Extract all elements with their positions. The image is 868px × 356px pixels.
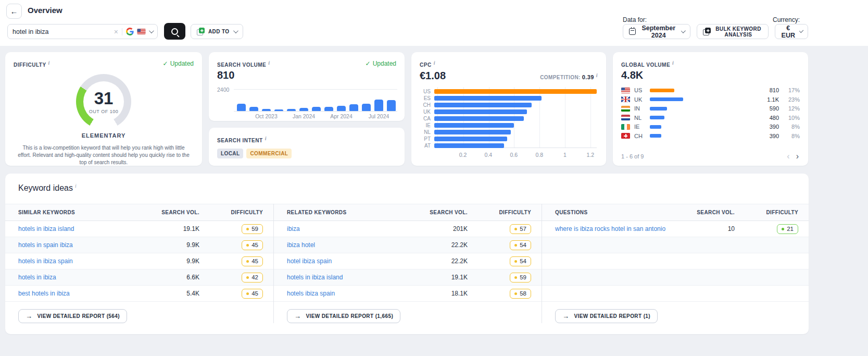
- info-icon[interactable]: i: [268, 60, 270, 66]
- view-detailed-report-button[interactable]: →VIEW DETAILED REPORT (564): [18, 309, 127, 323]
- x-axis-tick-label: 0.8: [536, 152, 544, 158]
- info-icon[interactable]: i: [75, 183, 77, 189]
- info-icon[interactable]: i: [265, 136, 267, 141]
- table-body: where is ibiza rocks hotel in san antoni…: [542, 221, 809, 302]
- search-button[interactable]: [164, 23, 185, 40]
- table-row: where is ibiza rocks hotel in san antoni…: [542, 221, 809, 237]
- info-icon[interactable]: i: [48, 60, 50, 66]
- pagination-prev-icon[interactable]: ‹: [784, 153, 792, 159]
- view-detailed-report-button[interactable]: →VIEW DETAILED REPORT (1): [555, 309, 658, 323]
- empty-table-row: [542, 253, 809, 269]
- country-volume-bar: [650, 134, 684, 138]
- column-header-difficulty: DIFFICULTY: [735, 210, 798, 215]
- difficulty-dot-icon: [514, 276, 517, 279]
- country-volume-value: 480: [688, 115, 779, 121]
- column-header-volume: SEARCH VOL.: [676, 210, 735, 215]
- country-row: IE 390 8%: [621, 122, 800, 131]
- keyword-link[interactable]: hotels in ibiza: [18, 274, 141, 281]
- difficulty-badge: 59: [510, 273, 531, 283]
- volume-bar: [650, 125, 661, 129]
- table-row: ibiza hotel 22.2K 54: [274, 237, 542, 253]
- volume-bar: [650, 107, 667, 111]
- clear-search-icon[interactable]: ×: [114, 28, 118, 36]
- cpc-bar: [434, 116, 524, 121]
- keyword-link[interactable]: hotels in spain ibiza: [18, 241, 141, 249]
- country-row: IN 590 12%: [621, 104, 800, 113]
- keyword-link[interactable]: ibiza: [287, 225, 409, 232]
- x-axis-tick-label: Apr 2024: [330, 113, 353, 119]
- country-code: IN: [634, 105, 646, 112]
- country-volume-percent: 10%: [783, 115, 800, 121]
- global-volume-list: US 810 17% UK 1.1K 23% IN 590: [621, 85, 800, 140]
- bulk-keyword-analysis-button[interactable]: BULK KEYWORD ANALYSIS: [697, 24, 769, 39]
- back-button[interactable]: ←: [6, 4, 22, 19]
- country-row: CH 390 8%: [621, 131, 800, 141]
- x-axis-tick-label: 1.2: [586, 152, 594, 158]
- keyword-link[interactable]: hotel ibiza spain: [287, 257, 409, 265]
- keyword-search-input[interactable]: hotel in ibiza ×: [7, 24, 158, 39]
- pagination-next-icon[interactable]: ›: [793, 153, 802, 159]
- related-keywords-table: RELATED KEYWORDS SEARCH VOL. DIFFICULTY …: [273, 204, 542, 323]
- country-volume-percent: 23%: [783, 96, 800, 103]
- ireland-flag-icon: [621, 124, 630, 130]
- difficulty-out-of: OUT OF 100: [89, 109, 118, 114]
- google-icon: [126, 28, 134, 35]
- search-volume-title: SEARCH VOLUMEi: [217, 60, 270, 68]
- country-volume-bar: [650, 97, 684, 101]
- competition-indicator: COMPETITION:0.39i: [540, 72, 598, 80]
- search-volume-value: 810: [209, 68, 405, 81]
- cpc-bar: [434, 143, 504, 148]
- difficulty-dot-icon: [514, 244, 517, 247]
- keyword-link[interactable]: where is ibiza rocks hotel in san antoni…: [555, 225, 676, 232]
- search-engine-region-dropdown[interactable]: [126, 28, 153, 35]
- arrow-right-icon: →: [26, 312, 32, 320]
- country-volume-value: 590: [688, 105, 779, 112]
- search-volume-bar: [274, 109, 283, 112]
- keyword-link[interactable]: hotels in ibiza spain: [18, 257, 141, 265]
- cpc-country-row: CA: [420, 115, 597, 122]
- country-code: CH: [634, 133, 646, 139]
- questions-table: QUESTIONS SEARCH VOL. DIFFICULTY where i…: [542, 204, 809, 323]
- add-to-label: ADD TO: [208, 29, 230, 34]
- difficulty-level: ELEMENTARY: [5, 132, 202, 139]
- difficulty-badge: 21: [777, 224, 798, 234]
- data-for-label: Data for:: [623, 16, 647, 23]
- check-icon: ✓: [163, 60, 168, 67]
- search-volume-bar: [249, 107, 258, 112]
- column-header-keywords: QUESTIONS: [555, 210, 676, 215]
- search-volume-bar: [349, 104, 358, 111]
- table-row: hotel ibiza spain 22.2K 54: [274, 253, 542, 269]
- info-icon[interactable]: i: [434, 60, 435, 66]
- info-icon[interactable]: i: [672, 60, 674, 66]
- country-volume-percent: 12%: [783, 105, 800, 112]
- search-intent-title: SEARCH INTENTi: [217, 136, 267, 143]
- search-volume-bar: [312, 107, 321, 112]
- view-detailed-report-button[interactable]: →VIEW DETAILED REPORT (1,665): [287, 309, 400, 323]
- keyword-link[interactable]: hotels in ibiza island: [287, 274, 409, 281]
- x-axis-tick-label: 0.2: [459, 152, 467, 158]
- info-icon[interactable]: i: [596, 72, 598, 78]
- date-selector[interactable]: September 2024: [623, 24, 690, 39]
- add-to-button[interactable]: ADD TO: [191, 24, 243, 39]
- pagination-status: 1 - 6 of 9: [621, 153, 784, 159]
- column-header-keywords: RELATED KEYWORDS: [287, 210, 409, 215]
- currency-selector[interactable]: € EUR: [775, 24, 808, 39]
- keyword-link[interactable]: hotels in ibiza island: [18, 225, 141, 232]
- cpc-country-row: PT: [420, 136, 597, 142]
- divider: [122, 28, 122, 35]
- keyword-link[interactable]: hotels ibiza spain: [287, 290, 409, 297]
- keyword-link[interactable]: ibiza hotel: [287, 241, 409, 249]
- volume-cell: 5.4K: [141, 290, 199, 297]
- top-bar: ← Overview hotel in ibiza × ADD TO Data …: [0, 0, 868, 46]
- difficulty-badge: 45: [242, 256, 263, 266]
- column-header-keywords: SIMILAR KEYWORDS: [18, 210, 141, 215]
- country-label: UK: [420, 109, 434, 115]
- cpc-bar: [434, 96, 542, 101]
- search-volume-bar: [374, 100, 383, 112]
- country-label: US: [420, 89, 434, 94]
- country-volume-percent: 8%: [783, 133, 800, 139]
- us-flag-icon: [621, 88, 630, 93]
- keyword-link[interactable]: best hotels in ibiza: [18, 290, 141, 297]
- search-volume-bar: [262, 109, 271, 111]
- volume-cell: 19.1K: [141, 225, 199, 232]
